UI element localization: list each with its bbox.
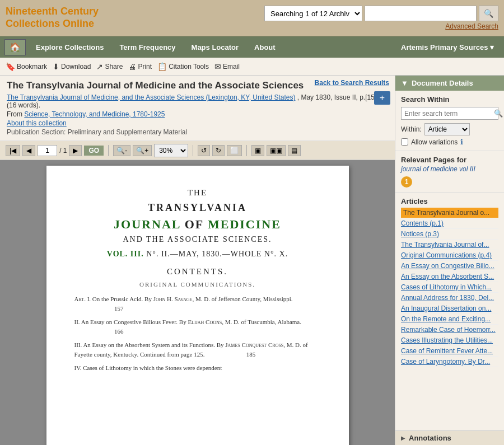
add-to-folder-button[interactable]: + bbox=[374, 91, 390, 105]
print-icon: 🖨 bbox=[128, 62, 136, 71]
articles-section: Articles The Transylvania Journal o... C… bbox=[395, 193, 504, 430]
content: Back to Search Results + The Transylvani… bbox=[0, 76, 504, 445]
doc-viewer[interactable]: THE TRANSYLVANIA JOURNAL OF MEDICINE AND… bbox=[0, 160, 395, 445]
article-item-13[interactable]: Case of Remittent Fever Atte... bbox=[401, 346, 498, 357]
zoom-in-button[interactable]: 🔍+ bbox=[133, 145, 152, 156]
bookmark-button[interactable]: 🔖 Bookmark bbox=[6, 62, 47, 71]
nav-explore[interactable]: Explore Collections bbox=[28, 39, 111, 56]
email-icon: ✉ bbox=[214, 62, 221, 71]
nav-term-freq[interactable]: Term Frequency bbox=[111, 39, 183, 56]
logo: Nineteenth Century Collections Online bbox=[6, 6, 99, 30]
nav-about[interactable]: About bbox=[246, 39, 283, 56]
home-button[interactable]: 🏠 bbox=[4, 39, 26, 55]
doc-source: From Science, Technology, and Medicine, … bbox=[7, 110, 388, 118]
article-item-9[interactable]: An Inaugural Dissertation on... bbox=[401, 303, 498, 314]
two-page-button[interactable]: ▣▣ bbox=[267, 145, 286, 156]
article-item-6[interactable]: An Essay on the Absorbent S... bbox=[401, 271, 498, 282]
doc-details-arrow: ▼ bbox=[401, 79, 408, 87]
annotations-arrow: ▶ bbox=[401, 435, 405, 441]
rotate-left-button[interactable]: ↺ bbox=[198, 145, 210, 156]
search-button[interactable]: 🔍 bbox=[479, 6, 498, 21]
relevant-pages-query: journal of medicine vol III bbox=[401, 165, 498, 173]
doc-page: THE TRANSYLVANIA JOURNAL OF MEDICINE AND… bbox=[46, 166, 349, 445]
article-item-0[interactable]: The Transylvania Journal o... bbox=[401, 208, 498, 218]
search-within-label: Search Within bbox=[401, 95, 498, 104]
page-total: / 1 bbox=[59, 147, 67, 154]
citation-button[interactable]: 📋 Citation Tools bbox=[157, 62, 209, 71]
doc-journal: JOURNAL OF MEDICINE bbox=[74, 217, 321, 232]
info-icon[interactable]: ℹ bbox=[460, 138, 463, 146]
header: Nineteenth Century Collections Online Se… bbox=[0, 0, 504, 36]
search-input[interactable] bbox=[365, 6, 477, 21]
download-button[interactable]: ⬇ Download bbox=[53, 62, 91, 71]
doc-area: Back to Search Results + The Transylvani… bbox=[0, 76, 395, 445]
doc-and-assoc: AND THE ASSOCIATE SCIENCES. bbox=[74, 235, 321, 244]
rotate-right-button[interactable]: ↻ bbox=[212, 145, 225, 156]
doc-article-2: II. An Essay on Congestive Bilious Fever… bbox=[74, 317, 321, 336]
doc-contents: CONTENTS. bbox=[74, 267, 321, 277]
articles-label: Articles bbox=[401, 197, 498, 205]
share-button[interactable]: ↗ Share bbox=[96, 62, 123, 71]
navbar: 🏠 Explore Collections Term Frequency Map… bbox=[0, 36, 504, 58]
download-icon: ⬇ bbox=[53, 62, 59, 71]
within-select[interactable]: Article Document Collection bbox=[424, 123, 470, 135]
right-panel: ▼ Document Details Search Within 🔍 Withi… bbox=[395, 76, 504, 445]
within-row: Within: Article Document Collection bbox=[401, 123, 498, 135]
email-button[interactable]: ✉ Email bbox=[214, 62, 240, 71]
allow-variations-label: Allow variations bbox=[411, 138, 458, 146]
annotations-section[interactable]: ▶ Annotations bbox=[395, 430, 504, 445]
doc-the: THE bbox=[74, 188, 321, 198]
relevant-pages-label: Relevant Pages for bbox=[401, 156, 498, 164]
fit-width-button[interactable]: ⬜ bbox=[227, 145, 242, 156]
doc-orig-comm: ORIGINAL COMMUNICATIONS. bbox=[74, 281, 321, 288]
article-item-12[interactable]: Cases Illustrating the Utilities... bbox=[401, 335, 498, 346]
collection-link[interactable]: About this collection bbox=[7, 119, 388, 127]
doc-article-1: Art. I. On the Prussic Acid. By John H. … bbox=[74, 294, 321, 313]
doc-transylvania: TRANSYLVANIA bbox=[74, 202, 321, 214]
search-within-icon[interactable]: 🔍 bbox=[491, 107, 504, 119]
zoom-out-button[interactable]: 🔍- bbox=[113, 145, 130, 156]
prev-page-button[interactable]: ◀ bbox=[22, 145, 35, 156]
single-page-button[interactable]: ▣ bbox=[251, 145, 264, 156]
doc-journal-text: JOURNAL bbox=[114, 217, 180, 231]
first-page-button[interactable]: |◀ bbox=[6, 145, 20, 156]
search-within-section: Search Within 🔍 Within: Article Document… bbox=[395, 91, 504, 151]
back-to-results[interactable]: Back to Search Results bbox=[315, 79, 389, 87]
logo-line1: Nineteenth Century bbox=[6, 6, 99, 18]
article-item-2[interactable]: Notices (p.3) bbox=[401, 229, 498, 240]
article-item-10[interactable]: On the Remote and Exciting... bbox=[401, 314, 498, 325]
search-within-input[interactable] bbox=[402, 108, 491, 119]
article-item-14[interactable]: Case of Laryngotomy. By Dr... bbox=[401, 357, 498, 367]
article-item-8[interactable]: Annual Address for 1830, Del... bbox=[401, 293, 498, 303]
source-link[interactable]: Science, Technology, and Medicine, 1780-… bbox=[24, 110, 165, 118]
annotations-label: Annotations bbox=[409, 434, 451, 442]
nav-artemis[interactable]: Artemis Primary Sources ▾ bbox=[395, 39, 500, 56]
toolbar: 🔖 Bookmark ⬇ Download ↗ Share 🖨 Print 📋 … bbox=[0, 58, 504, 76]
article-item-5[interactable]: An Essay on Congestive Bilio... bbox=[401, 261, 498, 271]
doc-vol: VOL. III. N°. II.—MAY, 1830.—WHOLE N°. X… bbox=[74, 250, 321, 259]
article-item-4[interactable]: Original Communications (p.4) bbox=[401, 250, 498, 261]
allow-variations-row: Allow variations ℹ bbox=[401, 138, 498, 146]
page-input[interactable] bbox=[38, 145, 57, 156]
zoom-select[interactable]: 30% 50% 75% 100% bbox=[154, 144, 188, 157]
next-page-button[interactable]: ▶ bbox=[69, 145, 82, 156]
scroll-button[interactable]: ▤ bbox=[288, 145, 301, 156]
article-item-11[interactable]: Remarkable Case of Hoemorr... bbox=[401, 325, 498, 335]
doc-details-header[interactable]: ▼ Document Details bbox=[395, 76, 504, 91]
doc-link[interactable]: The Transylvania Journal of Medicine, an… bbox=[7, 93, 295, 101]
doc-meta: Back to Search Results + The Transylvani… bbox=[0, 76, 395, 141]
archive-select[interactable]: Searching 1 of 12 ArchivesAll Archives bbox=[264, 6, 362, 21]
doc-medicine-text: MEDICINE bbox=[208, 217, 281, 231]
allow-variations-checkbox[interactable] bbox=[401, 138, 408, 146]
publication-section: Publication Section: Preliminary and Sup… bbox=[7, 128, 388, 136]
print-button[interactable]: 🖨 Print bbox=[128, 62, 152, 71]
go-button[interactable]: GO bbox=[84, 146, 104, 156]
relevant-pages-section: Relevant Pages for journal of medicine v… bbox=[395, 151, 504, 193]
logo-line2: Collections Online bbox=[6, 18, 99, 30]
article-item-7[interactable]: Cases of Lithotomy in Which... bbox=[401, 282, 498, 293]
nav-maps[interactable]: Maps Locator bbox=[184, 39, 247, 56]
article-list: The Transylvania Journal o... Contents (… bbox=[401, 208, 498, 367]
advanced-search-link[interactable]: Advanced Search bbox=[264, 22, 498, 30]
article-item-3[interactable]: The Transylvania Journal of... bbox=[401, 240, 498, 250]
article-item-1[interactable]: Contents (p.1) bbox=[401, 218, 498, 229]
